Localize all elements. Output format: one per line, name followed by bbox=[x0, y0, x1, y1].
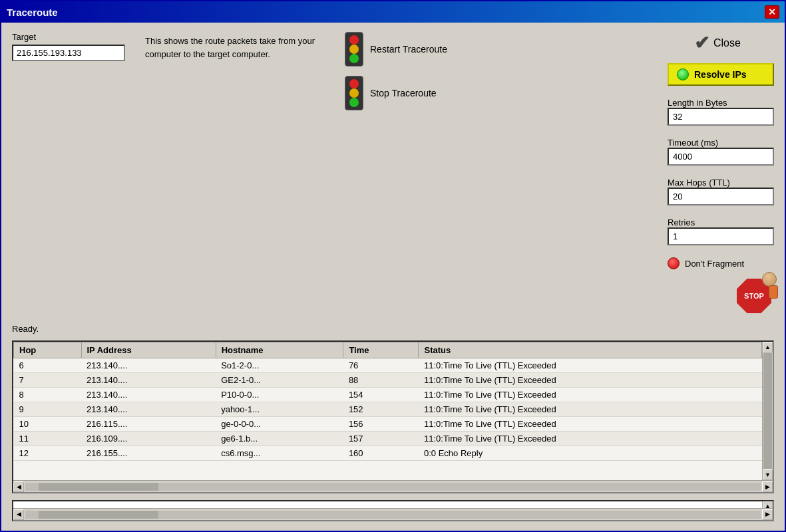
table-row: 12216.155....cs6.msg...1600:0 Echo Reply bbox=[14, 446, 762, 461]
close-label: Close bbox=[713, 37, 741, 49]
top-row: Target This shows the route packets take… bbox=[12, 32, 774, 316]
description-text: This shows the route packets take from y… bbox=[145, 36, 315, 59]
restart-label: Restart Traceroute bbox=[370, 44, 447, 55]
table-header-row: Hop IP Address Hostname Time Status bbox=[14, 342, 762, 358]
cell-status: 11:0:Time To Live (TTL) Exceeded bbox=[419, 417, 762, 432]
dont-fragment-group: Don't Fragment bbox=[668, 257, 774, 269]
cell-ip: 213.140.... bbox=[81, 402, 216, 417]
length-input[interactable] bbox=[668, 108, 774, 126]
retries-group: Retries bbox=[668, 215, 774, 245]
titlebar-title: Traceroute bbox=[7, 7, 58, 18]
dont-fragment-label: Don't Fragment bbox=[685, 259, 744, 269]
main-window: Traceroute ✕ Target This shows the route… bbox=[0, 0, 786, 532]
length-group: Length in Bytes bbox=[668, 95, 774, 126]
stats-box: TraceRoute Statistics: 32 data bytes to … bbox=[12, 500, 774, 521]
titlebar: Traceroute ✕ bbox=[1, 1, 785, 23]
cell-hostname: yahoo-1... bbox=[216, 402, 343, 417]
target-input[interactable] bbox=[12, 45, 125, 61]
window-close-button[interactable]: ✕ bbox=[765, 5, 779, 19]
table-body: 6213.140....So1-2-0...7611:0:Time To Liv… bbox=[14, 358, 762, 461]
resolve-indicator bbox=[677, 68, 689, 80]
restart-traceroute-button[interactable]: Restart Traceroute bbox=[345, 32, 447, 66]
stop-person-head bbox=[762, 272, 777, 287]
cell-status: 0:0 Echo Reply bbox=[419, 446, 762, 461]
description-area: This shows the route packets take from y… bbox=[145, 32, 331, 61]
cell-time: 88 bbox=[343, 373, 419, 388]
maxhops-label: Max Hops (TTL) bbox=[668, 178, 774, 188]
stats-line2: Start Time: Tue, 10 Oct 2006 12:47:53 bbox=[19, 521, 757, 521]
timeout-input[interactable] bbox=[668, 148, 774, 166]
length-label: Length in Bytes bbox=[668, 98, 774, 108]
cell-status: 11:0:Time To Live (TTL) Exceeded bbox=[419, 432, 762, 446]
hscrollbar-thumb[interactable] bbox=[39, 483, 158, 491]
stats-hscrollbar-left[interactable]: ◀ bbox=[13, 509, 24, 520]
cell-hop: 12 bbox=[14, 446, 82, 461]
cell-ip: 213.140.... bbox=[81, 388, 216, 402]
checkmark-icon: ✔ bbox=[694, 32, 709, 54]
restart-traffic-light bbox=[345, 32, 363, 66]
cell-time: 160 bbox=[343, 446, 419, 461]
tl-green-dot bbox=[349, 54, 359, 63]
stop-traffic-light bbox=[345, 76, 363, 110]
resolve-ips-label: Resolve IPs bbox=[694, 69, 747, 80]
cell-status: 11:0:Time To Live (TTL) Exceeded bbox=[419, 358, 762, 373]
cell-time: 157 bbox=[343, 432, 419, 446]
hscrollbar-right[interactable]: ▶ bbox=[762, 481, 773, 492]
timeout-group: Timeout (ms) bbox=[668, 135, 774, 166]
cell-hop: 8 bbox=[14, 388, 82, 402]
cell-ip: 216.115.... bbox=[81, 417, 216, 432]
col-hostname: Hostname bbox=[216, 342, 343, 358]
resolve-ips-button[interactable]: Resolve IPs bbox=[668, 63, 774, 86]
cell-status: 11:0:Time To Live (TTL) Exceeded bbox=[419, 402, 762, 417]
retries-label: Retries bbox=[668, 217, 774, 227]
cell-hostname: cs6.msg... bbox=[216, 446, 343, 461]
table-row: 10216.115....ge-0-0-0...15611:0:Time To … bbox=[14, 417, 762, 432]
traffic-buttons: Restart Traceroute Stop Traceroute bbox=[345, 32, 447, 110]
table-row: 7213.140....GE2-1-0...8811:0:Time To Liv… bbox=[14, 373, 762, 388]
cell-hostname: So1-2-0... bbox=[216, 358, 343, 373]
cell-hostname: GE2-1-0... bbox=[216, 373, 343, 388]
table-vscrollbar[interactable]: ▲ ▼ bbox=[762, 342, 773, 480]
cell-hop: 7 bbox=[14, 373, 82, 388]
hscrollbar-left[interactable]: ◀ bbox=[13, 481, 24, 492]
stats-vscrollbar[interactable]: ▲ ▼ bbox=[762, 501, 773, 508]
stop-person-body bbox=[769, 285, 778, 299]
route-table: Hop IP Address Hostname Time Status 6213… bbox=[13, 342, 762, 461]
col-hop: Hop bbox=[14, 342, 82, 358]
col-status: Status bbox=[419, 342, 762, 358]
status-text: Ready. bbox=[12, 324, 774, 334]
cell-ip: 216.155.... bbox=[81, 446, 216, 461]
cell-hop: 11 bbox=[14, 432, 82, 446]
table-hscrollbar[interactable]: ◀ ▶ bbox=[13, 480, 773, 492]
cell-hop: 6 bbox=[14, 358, 82, 373]
stop-traceroute-button[interactable]: Stop Traceroute bbox=[345, 76, 447, 110]
timeout-label: Timeout (ms) bbox=[668, 138, 774, 148]
tl-red-dot2 bbox=[349, 79, 359, 88]
dont-fragment-indicator bbox=[668, 257, 680, 269]
cell-time: 154 bbox=[343, 388, 419, 402]
table-row: 11216.109....ge6-1.b...15711:0:Time To L… bbox=[14, 432, 762, 446]
col-ip: IP Address bbox=[81, 342, 216, 358]
cell-time: 76 bbox=[343, 358, 419, 373]
content-area: Target This shows the route packets take… bbox=[1, 23, 785, 531]
target-area: Target bbox=[12, 32, 132, 61]
stats-hscrollbar-thumb[interactable] bbox=[39, 511, 158, 519]
tl-yellow-dot bbox=[349, 45, 359, 54]
cell-time: 152 bbox=[343, 402, 419, 417]
table-row: 8213.140....P10-0-0...15411:0:Time To Li… bbox=[14, 388, 762, 402]
cell-ip: 216.109.... bbox=[81, 432, 216, 446]
stats-hscrollbar[interactable]: ◀ ▶ bbox=[13, 508, 773, 520]
target-label: Target bbox=[12, 32, 132, 42]
vscrollbar-up[interactable]: ▲ bbox=[763, 342, 773, 352]
table-row: 6213.140....So1-2-0...7611:0:Time To Liv… bbox=[14, 358, 762, 373]
table-inner: Hop IP Address Hostname Time Status 6213… bbox=[13, 342, 773, 480]
vscrollbar-thumb[interactable] bbox=[763, 353, 772, 469]
stop-sign-button[interactable]: STOP bbox=[737, 279, 774, 316]
stats-hscrollbar-right[interactable]: ▶ bbox=[762, 509, 773, 520]
route-table-container: Hop IP Address Hostname Time Status 6213… bbox=[12, 340, 774, 493]
vscrollbar-down[interactable]: ▼ bbox=[763, 469, 773, 480]
maxhops-input[interactable] bbox=[668, 188, 774, 205]
close-button[interactable]: ✔ Close bbox=[694, 32, 774, 54]
retries-input[interactable] bbox=[668, 227, 774, 245]
stop-sign-area: STOP bbox=[668, 279, 774, 316]
